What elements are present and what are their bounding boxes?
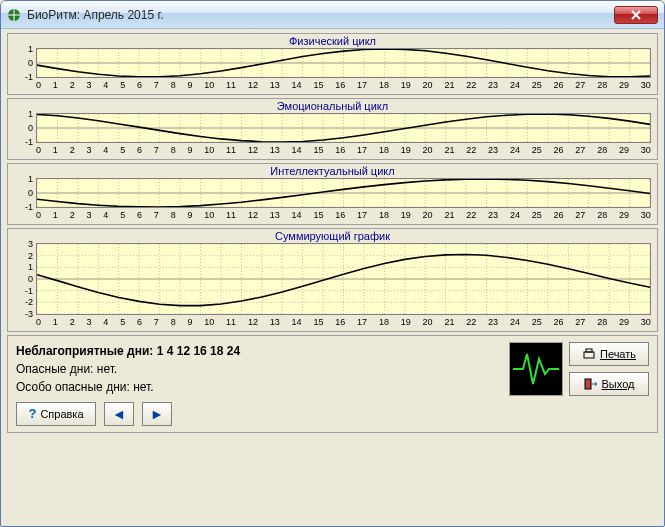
x-tick: 20 — [423, 210, 433, 220]
x-axis-ticks: 0123456789101112131415161718192021222324… — [36, 317, 651, 327]
y-tick: -1 — [25, 286, 33, 296]
chart-title: Физический цикл — [8, 34, 657, 48]
y-tick: 0 — [28, 58, 33, 68]
y-axis-ticks: 10-1 — [15, 114, 35, 142]
x-tick: 15 — [313, 80, 323, 90]
x-axis-ticks: 0123456789101112131415161718192021222324… — [36, 80, 651, 90]
x-tick: 22 — [466, 317, 476, 327]
x-tick: 2 — [70, 145, 75, 155]
dangerous-days-line: Опасные дни: нет. — [16, 360, 503, 378]
x-tick: 6 — [137, 145, 142, 155]
close-button[interactable] — [614, 6, 658, 24]
x-tick: 11 — [226, 145, 236, 155]
pulse-icon-box — [509, 342, 563, 396]
x-tick: 26 — [554, 145, 564, 155]
x-tick: 21 — [444, 145, 454, 155]
x-tick: 30 — [641, 317, 651, 327]
x-tick: 19 — [401, 317, 411, 327]
x-tick: 0 — [36, 80, 41, 90]
x-tick: 1 — [53, 210, 58, 220]
x-tick: 25 — [532, 145, 542, 155]
x-tick: 20 — [423, 145, 433, 155]
x-tick: 29 — [619, 80, 629, 90]
x-tick: 7 — [154, 210, 159, 220]
x-tick: 4 — [103, 210, 108, 220]
x-tick: 19 — [401, 80, 411, 90]
window-title: БиоРитм: Апрель 2015 г. — [27, 8, 164, 22]
x-tick: 13 — [270, 210, 280, 220]
prev-button[interactable]: ◄ — [104, 402, 134, 426]
x-tick: 15 — [313, 210, 323, 220]
x-tick: 12 — [248, 145, 258, 155]
x-tick: 8 — [171, 80, 176, 90]
x-tick: 5 — [120, 80, 125, 90]
x-tick: 30 — [641, 210, 651, 220]
x-tick: 18 — [379, 80, 389, 90]
chart-title: Эмоциональный цикл — [8, 99, 657, 113]
x-tick: 28 — [597, 80, 607, 90]
next-button[interactable]: ► — [142, 402, 172, 426]
summary-chart: 3210-1-2-3 — [36, 243, 651, 315]
x-tick: 17 — [357, 145, 367, 155]
y-tick: 0 — [28, 188, 33, 198]
x-tick: 3 — [86, 317, 91, 327]
x-tick: 3 — [86, 210, 91, 220]
x-tick: 13 — [270, 317, 280, 327]
titlebar[interactable]: БиоРитм: Апрель 2015 г. — [1, 1, 664, 29]
x-tick: 21 — [444, 80, 454, 90]
printer-icon — [582, 348, 596, 360]
window-frame: БиоРитм: Апрель 2015 г. Физический цикл … — [0, 0, 665, 527]
x-tick: 7 — [154, 80, 159, 90]
x-tick: 7 — [154, 317, 159, 327]
y-tick: -1 — [25, 202, 33, 212]
x-tick: 3 — [86, 145, 91, 155]
x-tick: 26 — [554, 80, 564, 90]
x-tick: 4 — [103, 317, 108, 327]
help-label: Справка — [40, 406, 83, 423]
y-tick: -3 — [25, 309, 33, 319]
x-tick: 17 — [357, 80, 367, 90]
y-tick: -2 — [25, 297, 33, 307]
x-tick: 15 — [313, 317, 323, 327]
print-button[interactable]: Печать — [569, 342, 649, 366]
x-tick: 25 — [532, 80, 542, 90]
x-tick: 28 — [597, 210, 607, 220]
y-tick: 1 — [28, 109, 33, 119]
x-tick: 24 — [510, 317, 520, 327]
x-tick: 16 — [335, 145, 345, 155]
help-button[interactable]: ? Справка — [16, 402, 96, 426]
x-tick: 23 — [488, 210, 498, 220]
x-tick: 10 — [204, 317, 214, 327]
x-tick: 10 — [204, 145, 214, 155]
y-tick: 1 — [28, 174, 33, 184]
danger-value: нет. — [97, 362, 117, 376]
x-tick: 0 — [36, 317, 41, 327]
exit-button[interactable]: Выход — [569, 372, 649, 396]
right-buttons: Печать Выход — [569, 342, 649, 426]
y-tick: -1 — [25, 72, 33, 82]
x-tick: 1 — [53, 317, 58, 327]
x-tick: 8 — [171, 145, 176, 155]
x-tick: 15 — [313, 145, 323, 155]
y-axis-ticks: 10-1 — [15, 49, 35, 77]
x-tick: 26 — [554, 210, 564, 220]
physical-panel: Физический цикл 10-1 0123456789101112131… — [7, 33, 658, 95]
y-tick: 1 — [28, 44, 33, 54]
x-tick: 12 — [248, 210, 258, 220]
exit-label: Выход — [602, 378, 635, 390]
summary-panel: Суммирующий график 3210-1-2-3 0123456789… — [7, 228, 658, 332]
x-tick: 2 — [70, 210, 75, 220]
x-tick: 16 — [335, 317, 345, 327]
app-icon — [7, 8, 21, 22]
x-tick: 14 — [292, 210, 302, 220]
x-tick: 26 — [554, 317, 564, 327]
x-tick: 9 — [187, 80, 192, 90]
vdanger-label: Особо опасные дни: — [16, 380, 130, 394]
x-tick: 22 — [466, 145, 476, 155]
x-axis-ticks: 0123456789101112131415161718192021222324… — [36, 145, 651, 155]
info-box: Неблагоприятные дни: 1 4 12 16 18 24 Опа… — [16, 342, 503, 426]
emotional-chart: 10-1 — [36, 113, 651, 143]
chevron-left-icon: ◄ — [112, 404, 126, 425]
physical-chart: 10-1 — [36, 48, 651, 78]
exit-icon — [584, 377, 598, 391]
